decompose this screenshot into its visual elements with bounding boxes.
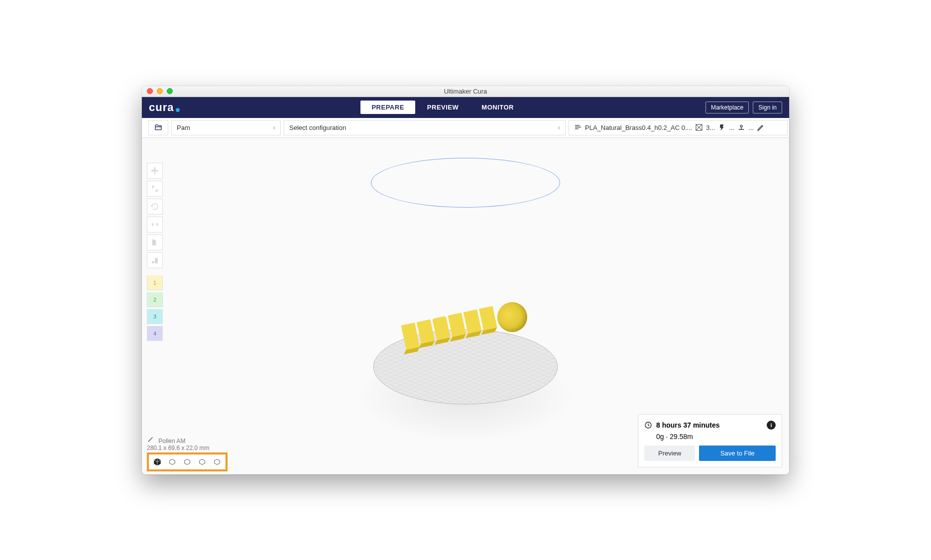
mesh-settings-tool[interactable]: [147, 234, 163, 250]
info-icon[interactable]: i: [767, 421, 776, 430]
extruder-1-button[interactable]: 1: [147, 275, 163, 290]
logo-dot-icon: [176, 108, 180, 112]
support-blocker-tool[interactable]: [147, 252, 163, 268]
config-toolbar: Pam ‹ Select configuration ‹ PLA_Natural…: [142, 118, 789, 138]
svg-rect-1: [575, 127, 581, 127]
config-label: Select configuration: [289, 124, 346, 131]
folder-open-icon: [154, 123, 162, 131]
signin-button[interactable]: Sign in: [753, 102, 782, 113]
view-right-button[interactable]: [212, 456, 223, 467]
clock-icon: [644, 421, 652, 429]
view-3d-button[interactable]: [152, 456, 163, 467]
printer-selector[interactable]: Pam ‹: [171, 120, 281, 135]
svg-rect-2: [575, 128, 579, 129]
pencil-icon: [147, 435, 155, 443]
scale-tool[interactable]: [147, 181, 163, 197]
chevron-left-icon: ‹: [558, 123, 560, 131]
material-usage: 0g · 29.58m: [656, 433, 693, 441]
chevron-left-icon: ‹: [273, 123, 275, 131]
configuration-selector[interactable]: Select configuration ‹: [284, 120, 566, 135]
tab-preview[interactable]: PREVIEW: [416, 101, 469, 114]
window-title: Ultimaker Cura: [142, 88, 789, 95]
marketplace-button[interactable]: Marketplace: [705, 102, 749, 113]
svg-point-4: [740, 125, 742, 127]
stage-tabs: PREPARE PREVIEW MONITOR: [360, 101, 525, 114]
titlebar: Ultimaker Cura: [142, 86, 789, 97]
build-volume-top-ring: [371, 158, 560, 208]
infill-icon: [695, 123, 703, 131]
pencil-icon: [757, 123, 765, 131]
view-left-button[interactable]: [197, 456, 208, 467]
layers-icon: [574, 123, 582, 131]
rotate-tool[interactable]: [147, 199, 163, 215]
extruder-2-button[interactable]: 2: [147, 292, 163, 307]
printer-name: Pam: [177, 124, 190, 131]
extruder-3-button[interactable]: 3: [147, 309, 163, 324]
svg-rect-9: [155, 258, 158, 263]
move-tool[interactable]: [147, 163, 163, 179]
transform-tools: 1 2 3 4: [147, 163, 165, 343]
view-top-button[interactable]: [182, 456, 193, 467]
filament-icon: [644, 433, 652, 441]
object-info: Pollen AM 280.1 x 69.6 x 22.0 mm: [147, 435, 209, 451]
svg-rect-0: [575, 125, 580, 125]
app-logo: cura: [149, 101, 180, 114]
app-window: Ultimaker Cura cura PREPARE PREVIEW MONI…: [142, 86, 789, 474]
view-front-button[interactable]: [167, 456, 178, 467]
infill-value: 3...: [706, 124, 715, 131]
adhesion-icon: [737, 123, 745, 131]
object-name[interactable]: Pollen AM: [158, 438, 185, 445]
object-dimensions: 280.1 x 69.6 x 22.0 mm: [147, 445, 209, 451]
extruder-4-button[interactable]: 4: [147, 326, 163, 341]
print-settings-panel[interactable]: PLA_Natural_Brass0.4_h0.2_AC 0.... 3... …: [569, 120, 788, 135]
save-to-file-button[interactable]: Save to File: [699, 446, 776, 461]
viewport[interactable]: 1 2 3 4 Pollen AM 280.1 x 69.6 x 22.0 mm…: [142, 138, 789, 474]
svg-rect-8: [152, 261, 154, 263]
preview-button[interactable]: Preview: [644, 446, 695, 461]
slice-result-panel: 8 hours 37 minutes i 0g · 29.58m Preview…: [638, 414, 782, 467]
camera-views: [147, 452, 228, 471]
main-navbar: cura PREPARE PREVIEW MONITOR Marketplace…: [142, 97, 789, 118]
tab-monitor[interactable]: MONITOR: [470, 101, 525, 114]
mirror-tool[interactable]: [147, 217, 163, 232]
profile-name: PLA_Natural_Brass0.4_h0.2_AC 0....: [585, 124, 692, 131]
print-time: 8 hours 37 minutes: [656, 421, 720, 429]
open-file-button[interactable]: [148, 120, 168, 135]
support-icon: [718, 123, 726, 131]
tab-prepare[interactable]: PREPARE: [360, 101, 415, 114]
